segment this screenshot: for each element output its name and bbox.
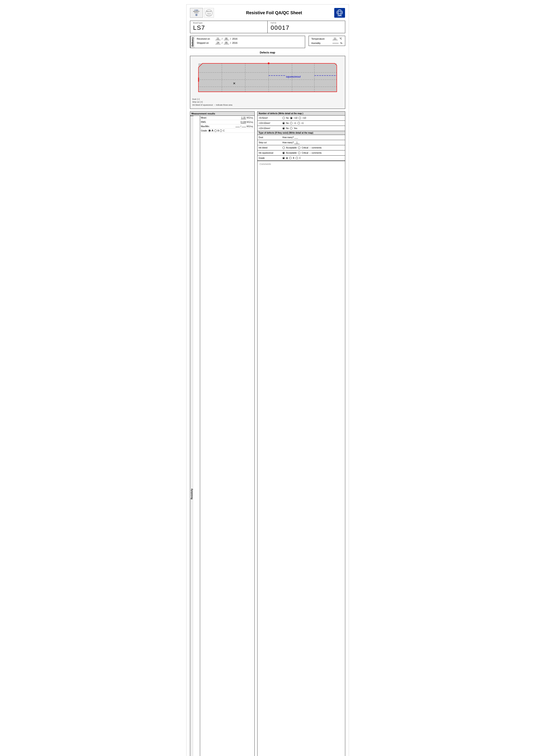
tokyo-emblem-icon: 東京大学 TOKYO UNIVERSITY [205, 9, 213, 17]
resistivity-maxmin-value: / MΩ/sq. [236, 125, 253, 127]
defect-10x10-lt1-radio[interactable] [290, 122, 293, 124]
defects-count-header: Number of defects (Write detail at the m… [258, 112, 345, 116]
delivery-box: Delivery Received on 21 / 05 / 2016 Ship… [190, 36, 305, 48]
defect-dust-options: How many? ___ [281, 136, 345, 139]
defect-grade-c: C [299, 157, 301, 159]
resistivity-rms-value: 0.134 MΩ/sq. [241, 121, 254, 123]
shipped-day: 24 [215, 41, 221, 44]
board-type-cell: Board type LS7 [190, 21, 268, 33]
defect-inkbleed-critical: Critical → comments [302, 147, 322, 149]
resistivity-maxmin-label: Max/Min: [201, 125, 213, 127]
defect-5x5-row: <5×5mm² No <10 >10 [258, 116, 345, 121]
received-field: Received on 21 / 05 / 2016 [197, 37, 238, 40]
shipped-year: 2016 [232, 41, 238, 44]
foil-id-label: Foil ID [270, 22, 342, 24]
defect-grade-c-radio[interactable] [296, 157, 298, 159]
humidity-value [332, 43, 339, 43]
defect-10x10-row: <10×10mm² No <1 >1 [258, 121, 345, 126]
defect-inkbleed-options: Acceptable Critical → comments [281, 146, 345, 149]
received-month: 05 [224, 37, 229, 40]
defect-10x10-gt1-radio[interactable] [297, 122, 300, 124]
resistivity-maxmin-unit: MΩ/sq. [247, 125, 254, 127]
defect-type-header: Type of defects (If they exist) (Write d… [258, 131, 345, 135]
defect-5x5-lt10-radio[interactable] [290, 117, 293, 119]
page-title: Resistive Foil QA/QC Sheet [246, 10, 302, 15]
resistivity-grade-c-radio[interactable] [220, 129, 222, 132]
defect-inksqueeze-acceptable-radio[interactable] [282, 152, 285, 154]
resistivity-category: Resistivity [190, 116, 200, 756]
shipped-month: 05 [224, 41, 229, 44]
temperature-label: Temperature [311, 38, 331, 40]
defect-gt10x10-no-radio[interactable] [282, 127, 285, 129]
defect-10x10-no-radio[interactable] [282, 122, 285, 124]
temperature-row: Temperature 21 ℃ [311, 37, 342, 40]
resistivity-rms-label: RMS: [201, 121, 213, 123]
shipped-field: Shipped on 24 / 05 / 2016 [197, 41, 238, 44]
svg-point-25 [268, 63, 269, 64]
defect-inksqueeze-critical-radio[interactable] [298, 152, 300, 154]
defect-inksqueeze-options: Acceptable Critical → comments [281, 151, 345, 155]
humidity-unit: % [340, 42, 342, 44]
defect-grade-row: Grade A B C [258, 156, 345, 161]
defect-gt10x10-row: >10×10mm² No Yes [258, 126, 345, 131]
humidity-label: Humidity [311, 42, 331, 44]
defect-10x10-gt1: >1 [301, 122, 304, 124]
defect-dust-label: Dust [258, 136, 281, 139]
board-type-value: LS7 [193, 24, 265, 31]
svg-rect-26 [198, 78, 199, 82]
logos-left: KOBE UNIVERSITY Science K 東京大学 TOKYO UNI… [190, 8, 214, 18]
foil-id-cell: Foil ID 00017 [268, 21, 345, 33]
svg-text:東京大学: 東京大学 [206, 11, 211, 12]
environment-box: Temperature 21 ℃ Humidity % [309, 36, 345, 46]
defect-stripcut-row: Strip cut How many? 1 [258, 140, 345, 145]
measurement-header: Measurement results [190, 112, 254, 116]
svg-text:squeezeout: squeezeout [286, 75, 301, 78]
tokyo-logo: 東京大学 TOKYO UNIVERSITY [204, 8, 214, 18]
defect-inksqueeze-critical: Critical → comments [302, 152, 322, 154]
defect-inkbleed-label: Ink bleed [258, 146, 281, 149]
defect-inkbleed-row: Ink bleed Acceptable Critical → comments [258, 145, 345, 150]
resistivity-maxmin-row: Max/Min: / MΩ/sq. [200, 124, 254, 129]
temperature-value: 21 [332, 37, 338, 40]
received-day: 21 [215, 37, 221, 40]
defect-inksqueeze-label: Ink squeezeout [258, 151, 281, 155]
defect-grade-b-radio[interactable] [289, 157, 292, 159]
resistivity-rms-unit: MΩ/sq. [247, 121, 254, 123]
resistivity-grade-c: C [223, 129, 224, 132]
header: KOBE UNIVERSITY Science K 東京大学 TOKYO UNI… [190, 8, 345, 18]
legend-dust: Dust: [○] [192, 98, 343, 101]
bottom-section: Measurement results Resistivity Mean: 1.… [190, 111, 345, 756]
board-foil-row: Board type LS7 Foil ID 00017 [190, 21, 345, 33]
foil-svg: × squeezeout [192, 58, 343, 97]
defect-5x5-gt10-radio[interactable] [299, 117, 301, 119]
defect-inkbleed-acceptable-radio[interactable] [282, 147, 285, 149]
resistivity-rms-val: 0.134 [241, 121, 246, 123]
delivery-section: Delivery Received on 21 / 05 / 2016 Ship… [190, 36, 345, 48]
defect-gt10x10-yes: Yes [294, 127, 297, 129]
defect-dust-howmany: How many? ___ [282, 136, 298, 139]
svg-text:TOKYO: TOKYO [207, 13, 211, 14]
resistivity-grade-a-radio[interactable] [208, 129, 211, 132]
defect-grade-a-radio[interactable] [282, 157, 285, 159]
resistivity-mean-value: 1.15 MΩ/sq. [241, 117, 254, 119]
delivery-vert-label: Delivery [190, 36, 195, 48]
delivery-fields: Received on 21 / 05 / 2016 Shipped on 24… [195, 36, 240, 48]
legend-ink: Ink bleed of squeezeout → Indicate those… [192, 104, 343, 107]
comments-label: Comments [260, 163, 271, 165]
resistivity-grade-b-radio[interactable] [214, 129, 217, 132]
defect-gt10x10-yes-radio[interactable] [290, 127, 293, 129]
page: KOBE UNIVERSITY Science K 東京大学 TOKYO UNI… [186, 4, 349, 756]
defect-5x5-no-radio[interactable] [282, 117, 285, 119]
defect-5x5-options: No <10 >10 [281, 116, 345, 120]
received-label: Received on [197, 38, 214, 40]
svg-text:UNIVERSITY: UNIVERSITY [206, 15, 211, 16]
svg-rect-11 [198, 63, 337, 92]
resistivity-rms-row: RMS: 0.134 MΩ/sq. [200, 120, 254, 124]
defect-inkbleed-critical-radio[interactable] [298, 147, 300, 149]
resistivity-mean-row: Mean: 1.15 MΩ/sq. [200, 116, 254, 120]
resistivity-mean-label: Mean: [201, 117, 213, 119]
board-type-label: Board type [193, 22, 265, 24]
defect-stripcut-label: Strip cut [258, 141, 281, 145]
resistivity-grade-b: B [217, 129, 219, 132]
kobe-logo: KOBE UNIVERSITY Science K [190, 8, 203, 18]
